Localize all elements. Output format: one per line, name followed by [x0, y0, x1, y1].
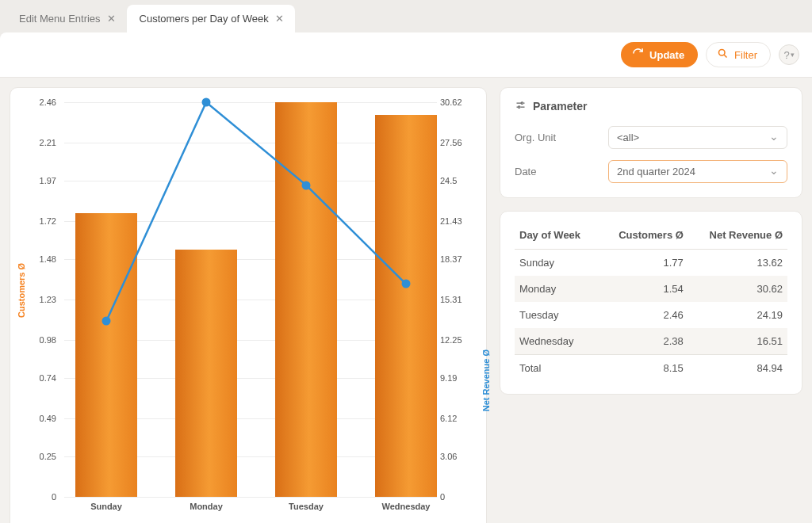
y-left-tick: 2.46 — [21, 97, 56, 107]
y-left-tick: 1.72 — [21, 216, 56, 226]
y-left-tick: 0 — [21, 492, 56, 502]
tab-edit-menu-entries[interactable]: Edit Menu Entries ✕ — [6, 5, 127, 32]
y-right-tick: 0 — [440, 492, 475, 502]
col-customers: Customers Ø — [599, 223, 688, 250]
table-row: Tuesday 2.46 24.19 — [515, 302, 787, 328]
y-left-tick: 0.49 — [21, 414, 56, 423]
cell-revenue: 13.62 — [688, 250, 787, 277]
col-revenue: Net Revenue Ø — [688, 223, 787, 250]
chevron-down-icon: ▾ — [791, 51, 795, 59]
col-day: Day of Week — [515, 223, 599, 250]
cell-day: Tuesday — [515, 302, 599, 328]
y-left-tick: 0.25 — [21, 452, 56, 461]
org-unit-label: Org. Unit — [515, 132, 608, 143]
date-label: Date — [515, 166, 608, 178]
cell-revenue: 84.94 — [688, 355, 787, 382]
chart-card: Customers Ø Net Revenue Ø SundayMondayTu… — [10, 87, 487, 523]
x-axis-label: Monday — [175, 502, 237, 511]
cell-customers: 8.15 — [599, 355, 688, 382]
cell-revenue: 24.19 — [688, 302, 787, 328]
x-axis-label: Sunday — [75, 502, 137, 511]
line-point-wednesday[interactable] — [402, 280, 411, 288]
line-point-tuesday[interactable] — [302, 181, 311, 189]
cell-day: Wednesday — [515, 328, 599, 355]
refresh-icon — [632, 48, 644, 62]
data-table-panel: Day of Week Customers Ø Net Revenue Ø Su… — [500, 211, 802, 395]
cell-day: Monday — [515, 276, 599, 302]
button-label: Filter — [734, 49, 757, 61]
help-button[interactable]: ? ▾ — [779, 44, 799, 65]
line-point-sunday[interactable] — [102, 317, 111, 326]
question-icon: ? — [783, 49, 789, 61]
table-row-total: Total 8.15 84.94 — [515, 355, 787, 382]
y-left-tick: 1.48 — [21, 254, 56, 264]
y-left-tick: 0.98 — [21, 335, 56, 345]
table-row: Wednesday 2.38 16.51 — [515, 328, 787, 355]
y-right-tick: 15.31 — [440, 295, 475, 304]
y-right-tick: 9.19 — [440, 373, 475, 383]
toolbar: Update Filter ? ▾ — [0, 32, 812, 78]
sliders-icon — [515, 99, 527, 113]
chart-plot-area — [64, 102, 437, 497]
cell-customers: 2.46 — [599, 302, 688, 328]
svg-point-0 — [719, 50, 726, 56]
tab-bar: Edit Menu Entries ✕ Customers per Day of… — [0, 0, 812, 32]
org-unit-select[interactable]: <all> — [608, 126, 787, 149]
y-left-tick: 1.97 — [21, 176, 56, 185]
tab-label: Customers per Day of Week — [140, 13, 269, 25]
button-label: Update — [649, 49, 684, 61]
y-right-tick: 30.62 — [440, 97, 475, 107]
svg-point-2 — [518, 106, 520, 109]
content-area: Customers Ø Net Revenue Ø SundayMondayTu… — [0, 78, 812, 523]
close-icon[interactable]: ✕ — [275, 13, 284, 25]
y-left-tick: 2.21 — [21, 138, 56, 147]
table-row: Sunday 1.77 13.62 — [515, 250, 787, 277]
tab-customers-per-day[interactable]: Customers per Day of Week ✕ — [127, 5, 295, 32]
y-left-tick: 1.23 — [21, 295, 56, 304]
y-right-tick: 24.5 — [440, 176, 475, 185]
cell-day: Total — [515, 355, 599, 382]
cell-customers: 2.38 — [599, 328, 688, 355]
cell-day: Sunday — [515, 250, 599, 277]
data-table: Day of Week Customers Ø Net Revenue Ø Su… — [515, 223, 787, 381]
date-select[interactable]: 2nd quarter 2024 — [608, 160, 787, 183]
x-axis-label: Wednesday — [375, 502, 437, 511]
cell-customers: 1.77 — [599, 250, 688, 277]
parameter-panel: Parameter Org. Unit <all> Date 2nd quart… — [500, 87, 802, 198]
y-right-tick: 3.06 — [440, 452, 475, 461]
y-axis-left-label: Customers Ø — [17, 263, 26, 318]
cell-revenue: 30.62 — [688, 276, 787, 302]
y-axis-right-label: Net Revenue Ø — [481, 349, 491, 411]
svg-point-1 — [521, 102, 523, 105]
y-right-tick: 27.56 — [440, 138, 475, 147]
line-point-monday[interactable] — [202, 98, 211, 107]
y-right-tick: 18.37 — [440, 254, 475, 264]
select-value: <all> — [617, 132, 639, 143]
table-row: Monday 1.54 30.62 — [515, 276, 787, 302]
y-right-tick: 21.43 — [440, 216, 475, 226]
magnifier-icon — [717, 48, 729, 62]
y-right-tick: 12.25 — [440, 335, 475, 345]
x-axis-label: Tuesday — [275, 502, 337, 511]
panel-title-text: Parameter — [533, 100, 588, 113]
tab-label: Edit Menu Entries — [19, 13, 101, 25]
select-value: 2nd quarter 2024 — [617, 166, 695, 178]
cell-revenue: 16.51 — [688, 328, 787, 355]
y-right-tick: 6.12 — [440, 414, 475, 423]
close-icon[interactable]: ✕ — [107, 13, 116, 25]
gridline — [64, 497, 437, 498]
cell-customers: 1.54 — [599, 276, 688, 302]
update-button[interactable]: Update — [621, 42, 698, 67]
y-left-tick: 0.74 — [21, 373, 56, 383]
filter-button[interactable]: Filter — [706, 42, 771, 67]
